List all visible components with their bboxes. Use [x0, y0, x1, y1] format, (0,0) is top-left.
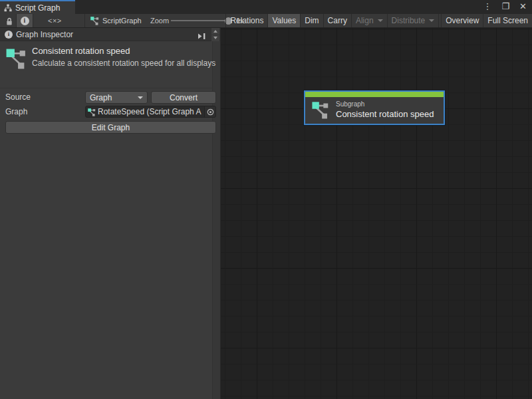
node-kind-label: Subgraph — [336, 100, 434, 108]
info-icon: i — [5, 31, 13, 39]
graph-canvas[interactable]: Subgraph Consistent rotation speed — [221, 28, 532, 399]
toolbar-button-dim[interactable]: Dim — [300, 14, 323, 27]
toolbar-divider — [84, 14, 85, 27]
info-icon: i — [21, 17, 29, 25]
object-picker-button[interactable] — [204, 106, 215, 117]
distribute-label: Distribute — [392, 16, 426, 25]
toolbar-button-distribute[interactable]: Distribute — [387, 14, 439, 27]
window-controls: ⋮ ❐ ✕ — [483, 0, 527, 13]
window-menu-icon[interactable]: ⋮ — [483, 0, 491, 13]
chevron-down-icon — [429, 19, 434, 22]
toolbar-button-overview[interactable]: Overview — [441, 14, 483, 27]
toolbar-button-full-screen[interactable]: Full Screen — [483, 14, 532, 27]
breadcrumb-label: ScriptGraph — [102, 17, 142, 25]
graph-inspector-header: i Graph Inspector — [0, 28, 220, 41]
script-graph-icon — [4, 4, 12, 12]
source-dropdown-value: Graph — [90, 93, 112, 102]
tab-script-graph[interactable]: Script Graph — [0, 0, 75, 14]
dock-panel-icon[interactable] — [198, 31, 206, 38]
maximize-icon[interactable]: ❐ — [501, 0, 509, 13]
align-label: Align — [356, 16, 374, 25]
arrow-down-icon — [213, 37, 217, 39]
graph-icon — [90, 16, 99, 25]
lock-icon[interactable] — [5, 17, 13, 25]
scroll-down-button[interactable] — [211, 35, 219, 42]
breadcrumb[interactable]: ScriptGraph — [90, 14, 142, 27]
section-divider — [0, 88, 212, 88]
inspector-scroll-arrows — [211, 28, 219, 41]
scroll-up-button[interactable] — [211, 28, 219, 35]
source-field-label: Source — [5, 92, 31, 102]
code-view-icon[interactable]: <×> — [48, 14, 62, 27]
graph-icon — [312, 100, 329, 119]
subgraph-node[interactable]: Subgraph Consistent rotation speed — [304, 90, 445, 125]
graph-object-value: RotateSpeed (Script Graph A — [98, 107, 204, 116]
zoom-label: Zoom — [150, 14, 169, 27]
graph-toolbar: i <×> ScriptGraph Zoom 1x Relations Valu… — [0, 14, 532, 28]
title-bar: Script Graph ⋮ ❐ ✕ — [0, 0, 532, 14]
graph-title: Consistent rotation speed — [32, 46, 130, 56]
toolbar-button-values[interactable]: Values — [267, 14, 300, 27]
node-title: Consistent rotation speed — [336, 109, 434, 119]
graph-icon — [6, 47, 27, 72]
chevron-down-icon — [138, 96, 143, 99]
toolbar-buttons: Relations Values Dim Carry Align Distrib… — [225, 14, 532, 27]
toolbar-button-carry[interactable]: Carry — [323, 14, 351, 27]
graph-icon — [88, 108, 96, 116]
graph-object-field[interactable]: RotateSpeed (Script Graph A — [85, 106, 216, 118]
tab-title: Script Graph — [15, 3, 60, 13]
edit-graph-button[interactable]: Edit Graph — [5, 121, 216, 134]
node-header-bar — [305, 92, 444, 97]
arrow-up-icon — [213, 30, 217, 33]
graph-field-label: Graph — [5, 107, 27, 116]
graph-inspector-panel: i Graph Inspector Consistent rotation sp… — [0, 28, 221, 399]
inspector-toggle-button[interactable]: i — [16, 14, 33, 27]
toolbar-button-align[interactable]: Align — [351, 14, 387, 27]
chevron-down-icon — [378, 19, 383, 22]
close-icon[interactable]: ✕ — [519, 0, 527, 13]
panel-title: Graph Inspector — [16, 30, 73, 39]
graph-description: Calculate a consistent rotation speed fo… — [32, 58, 218, 68]
zoom-slider-track[interactable] — [171, 20, 229, 21]
node-body: Subgraph Consistent rotation speed — [305, 97, 444, 124]
source-dropdown[interactable]: Graph — [85, 91, 148, 104]
toolbar-button-relations[interactable]: Relations — [225, 14, 267, 27]
convert-button[interactable]: Convert — [151, 91, 216, 104]
object-picker-icon — [207, 108, 214, 116]
